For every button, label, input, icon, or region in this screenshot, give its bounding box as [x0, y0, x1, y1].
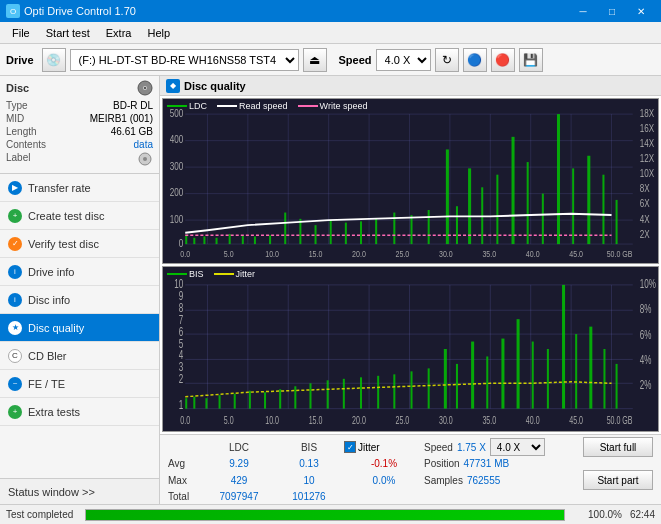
svg-text:8X: 8X	[640, 184, 650, 195]
svg-text:30.0: 30.0	[439, 249, 453, 259]
svg-rect-150	[562, 285, 565, 409]
svg-text:6X: 6X	[640, 199, 650, 210]
svg-text:16X: 16X	[640, 123, 654, 134]
verify-test-disc-label: Verify test disc	[28, 238, 99, 250]
svg-rect-75	[557, 114, 560, 244]
sidebar-item-drive-info[interactable]: i Drive info	[0, 258, 159, 286]
drive-info-icon: i	[8, 265, 22, 279]
menu-bar: File Start test Extra Help	[0, 22, 661, 44]
extra-tests-icon: +	[8, 405, 22, 419]
menu-file[interactable]: File	[4, 22, 38, 44]
extra-tests-label: Extra tests	[28, 406, 80, 418]
title-bar: O Opti Drive Control 1.70 ─ □ ✕	[0, 0, 661, 22]
svg-rect-74	[542, 194, 544, 244]
svg-rect-134	[309, 383, 311, 408]
sidebar-item-verify-test-disc[interactable]: ✓ Verify test disc	[0, 230, 159, 258]
menu-extra[interactable]: Extra	[98, 22, 140, 44]
svg-text:0.0: 0.0	[180, 249, 190, 259]
total-row: Total 7097947 101276	[164, 491, 657, 502]
title-bar-left: O Opti Drive Control 1.70	[6, 4, 136, 18]
jitter-header: Jitter	[358, 442, 380, 453]
disc-length-row: Length 46.61 GB	[6, 125, 153, 138]
svg-rect-68	[456, 206, 458, 244]
sidebar-item-disc-quality[interactable]: ★ Disc quality	[0, 314, 159, 342]
svg-text:5.0: 5.0	[224, 249, 234, 259]
nav-items: ▶ Transfer rate + Create test disc ✓ Ver…	[0, 174, 159, 478]
svg-text:2: 2	[179, 373, 184, 386]
legend-ldc: LDC	[167, 101, 207, 111]
minimize-button[interactable]: ─	[569, 0, 597, 22]
svg-rect-76	[572, 168, 574, 244]
svg-text:1: 1	[179, 398, 184, 411]
svg-rect-142	[444, 349, 447, 409]
refresh-button[interactable]: ↻	[435, 48, 459, 72]
svg-rect-129	[234, 394, 236, 409]
start-part-button[interactable]: Start part	[583, 470, 653, 490]
toolbar: Drive 💿 (F:) HL-DT-ST BD-RE WH16NS58 TST…	[0, 44, 661, 76]
stats-headers: LDC BIS Jitter Speed 1.75 X 4.0 X Start …	[164, 437, 657, 457]
sidebar-item-create-test-disc[interactable]: + Create test disc	[0, 202, 159, 230]
svg-rect-54	[242, 235, 244, 244]
status-bar: Test completed 100.0% 62:44	[0, 504, 661, 524]
speed-select[interactable]: 4.0 X	[376, 49, 431, 71]
status-window-button[interactable]: Status window >>	[0, 478, 159, 504]
chart2-svg: 10 9 8 7 6 5 4 3 2 1 10% 8% 6% 4% 2%	[163, 267, 658, 431]
save-button[interactable]: 💾	[519, 48, 543, 72]
drive-label: Drive	[6, 54, 34, 66]
svg-text:10.0: 10.0	[265, 414, 279, 426]
svg-rect-63	[375, 219, 377, 244]
legend-write-speed: Write speed	[298, 101, 368, 111]
svg-rect-130	[249, 391, 251, 409]
start-full-button[interactable]: Start full	[583, 437, 653, 457]
svg-text:300: 300	[170, 161, 183, 172]
samples-val: 762555	[467, 475, 500, 486]
menu-help[interactable]: Help	[139, 22, 178, 44]
disc-quality-title: Disc quality	[184, 80, 246, 92]
svg-rect-79	[616, 200, 618, 244]
right-buttons: Start full	[583, 437, 653, 457]
transfer-rate-icon: ▶	[8, 181, 22, 195]
time-text: 62:44	[630, 509, 655, 520]
svg-text:0.0: 0.0	[180, 414, 190, 426]
chart1-svg: 500 400 300 200 100 0 18X 16X 14X 12X 10…	[163, 99, 658, 263]
disc-info-icon: i	[8, 293, 22, 307]
jitter-color	[214, 273, 234, 275]
close-button[interactable]: ✕	[627, 0, 655, 22]
jitter-checkbox[interactable]	[344, 441, 356, 453]
sidebar-item-fe-te[interactable]: ~ FE / TE	[0, 370, 159, 398]
disc-title: Disc	[6, 82, 29, 94]
svg-text:10X: 10X	[640, 168, 654, 179]
drive-info-label: Drive info	[28, 266, 74, 278]
settings-button[interactable]: 🔴	[491, 48, 515, 72]
progress-text: 100.0%	[577, 509, 622, 520]
svg-text:20.0: 20.0	[352, 414, 366, 426]
sidebar-item-cd-bler[interactable]: C CD Bler	[0, 342, 159, 370]
chart-bis: BIS Jitter	[162, 266, 659, 432]
maximize-button[interactable]: □	[598, 0, 626, 22]
svg-rect-151	[575, 334, 577, 409]
sidebar-item-extra-tests[interactable]: + Extra tests	[0, 398, 159, 426]
main-layout: Disc Type BD-R DL MID MEIRB1 (001) Lengt…	[0, 76, 661, 504]
total-bis: 101276	[274, 491, 344, 502]
sidebar-item-disc-info[interactable]: i Disc info	[0, 286, 159, 314]
svg-point-4	[143, 157, 147, 161]
eject-button[interactable]: ⏏	[303, 48, 327, 72]
verify-test-disc-icon: ✓	[8, 237, 22, 251]
disc-icon	[137, 80, 153, 96]
avg-bis: 0.13	[274, 458, 344, 469]
sidebar-item-transfer-rate[interactable]: ▶ Transfer rate	[0, 174, 159, 202]
menu-start-test[interactable]: Start test	[38, 22, 98, 44]
svg-rect-131	[264, 392, 266, 408]
svg-text:45.0: 45.0	[569, 249, 583, 259]
status-window-label: Status window >>	[8, 486, 95, 498]
drive-select[interactable]: (F:) HL-DT-ST BD-RE WH16NS58 TST4	[70, 49, 299, 71]
max-ldc: 429	[204, 475, 274, 486]
svg-rect-152	[589, 327, 592, 409]
drive-icon-btn[interactable]: 💿	[42, 48, 66, 72]
svg-rect-147	[517, 319, 520, 408]
svg-rect-61	[345, 223, 347, 244]
speed-label: Speed	[424, 442, 453, 453]
disc-button[interactable]: 🔵	[463, 48, 487, 72]
window-controls: ─ □ ✕	[569, 0, 655, 22]
speed-select[interactable]: 4.0 X	[490, 438, 545, 456]
